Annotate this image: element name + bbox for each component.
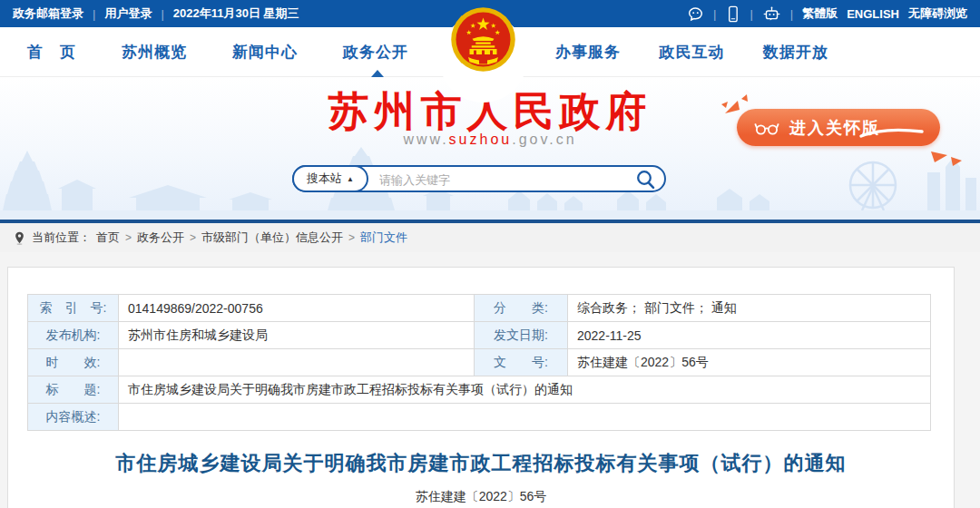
user-login-link[interactable]: 用户登录 [104, 5, 152, 22]
site-search: 搜本站 ▲ [292, 165, 666, 192]
meta-value-summary [119, 404, 931, 431]
glasses-icon [753, 120, 780, 136]
url-tld: .gov.cn [512, 132, 576, 147]
page: 政务邮箱登录 | 用户登录 | 2022年11月30日 星期三 | | | 繁體… [0, 0, 980, 508]
meta-label-doc-no: 文 号: [475, 349, 568, 376]
meta-label-title: 标 题: [28, 376, 119, 404]
separator: | [161, 7, 163, 21]
meta-value-category: 综合政务； 部门文件； 通知 [568, 295, 931, 322]
separator: | [93, 7, 95, 21]
table-row: 发布机构: 苏州市住房和城乡建设局 发文日期: 2022-11-25 [28, 322, 931, 349]
breadcrumb-home[interactable]: 首页 [96, 230, 120, 246]
separator: | [750, 7, 752, 21]
topbar-right-group: | | | 繁體版 ENGLISH 无障碍浏览 [687, 5, 967, 23]
nav-left-group: 首 页 苏州概览 新闻中心 政务公开 [27, 27, 408, 76]
search-submit-button[interactable] [635, 169, 657, 190]
nav-item-home[interactable]: 首 页 [27, 42, 76, 63]
gov-mail-login-link[interactable]: 政务邮箱登录 [13, 5, 83, 22]
mobile-icon[interactable] [725, 5, 740, 23]
search-scope-label: 搜本站 [307, 171, 342, 187]
content-background: 索 引 号: 014149869/2022-00756 分 类: 综合政务； 部… [0, 252, 980, 508]
breadcrumb-prefix: 当前位置： [32, 230, 91, 246]
url-www: www. [403, 132, 448, 147]
article-doc-number: 苏住建建〔2022〕56号 [8, 489, 954, 505]
location-pin-icon [13, 230, 26, 246]
separator: | [713, 7, 716, 21]
separator: | [790, 7, 793, 21]
meta-label-validity: 时 效: [28, 349, 119, 376]
english-link[interactable]: ENGLISH [847, 7, 899, 21]
breadcrumb: 当前位置： 首页 > 政务公开 > 市级部门（单位）信息公开 > 部门文件 [0, 223, 980, 252]
article-title: 市住房城乡建设局关于明确我市房建市政工程招标投标有关事项（试行）的通知 [8, 450, 954, 477]
breadcrumb-separator: > [125, 231, 132, 244]
meta-value-index-no: 014149869/2022-00756 [119, 295, 475, 322]
nav-item-services[interactable]: 办事服务 [555, 42, 621, 63]
breadcrumb-current[interactable]: 部门文件 [360, 230, 407, 246]
document-meta-table: 索 引 号: 014149869/2022-00756 分 类: 综合政务； 部… [27, 294, 931, 431]
national-emblem-logo [449, 5, 517, 73]
wechat-icon[interactable] [687, 5, 704, 23]
breadcrumb-dept-info[interactable]: 市级部门（单位）信息公开 [201, 230, 343, 246]
breadcrumb-separator: > [190, 231, 196, 244]
robot-client-icon[interactable] [762, 5, 781, 23]
meta-value-validity [119, 349, 475, 376]
table-row: 时 效: 文 号: 苏住建建〔2022〕56号 [28, 349, 931, 376]
nav-item-gov-affairs[interactable]: 政务公开 [343, 42, 408, 63]
meta-label-category: 分 类: [475, 295, 568, 322]
search-input[interactable] [377, 168, 626, 191]
breadcrumb-separator: > [348, 231, 355, 244]
meta-label-index-no: 索 引 号: [28, 295, 119, 322]
traditional-chinese-link[interactable]: 繁體版 [802, 5, 838, 22]
meta-value-issue-date: 2022-11-25 [568, 322, 931, 349]
meta-value-doc-no: 苏住建建〔2022〕56号 [568, 349, 931, 376]
document-card: 索 引 号: 014149869/2022-00756 分 类: 综合政务； 部… [7, 267, 955, 508]
active-nav-indicator [371, 70, 384, 77]
table-row: 标 题: 市住房城乡建设局关于明确我市房建市政工程招标投标有关事项（试行）的通知 [28, 376, 931, 404]
nav-right-group: 办事服务 政民互动 数据开放 [555, 27, 828, 76]
nav-item-open-data[interactable]: 数据开放 [763, 42, 828, 63]
table-row: 索 引 号: 014149869/2022-00756 分 类: 综合政务； 部… [28, 295, 931, 322]
topbar-left-group: 政务邮箱登录 | 用户登录 | 2022年11月30日 星期三 [13, 5, 299, 22]
meta-label-summary: 内容概述: [28, 404, 119, 431]
swoosh-decoration [858, 125, 926, 140]
breadcrumb-gov-affairs[interactable]: 政务公开 [137, 230, 184, 246]
care-mode-button[interactable]: 进入关怀版 [737, 109, 940, 146]
meta-value-issuer: 苏州市住房和城乡建设局 [119, 322, 475, 349]
nav-item-overview[interactable]: 苏州概览 [122, 42, 187, 63]
magnifier-icon [635, 169, 657, 190]
current-date: 2022年11月30日 星期三 [173, 5, 299, 22]
meta-label-issuer: 发布机构: [28, 322, 119, 349]
spark-decoration [926, 142, 964, 168]
dropdown-arrow-icon: ▲ [347, 175, 354, 183]
meta-label-issue-date: 发文日期: [475, 322, 568, 349]
accessibility-link[interactable]: 无障碍浏览 [908, 5, 967, 22]
nav-item-news[interactable]: 新闻中心 [232, 42, 298, 63]
spark-decoration [720, 93, 750, 121]
search-scope-dropdown[interactable]: 搜本站 ▲ [292, 165, 368, 192]
url-domain: suzhou [449, 132, 513, 147]
nav-item-interaction[interactable]: 政民互动 [660, 42, 725, 63]
table-row: 内容概述: [28, 404, 931, 431]
meta-value-title: 市住房城乡建设局关于明确我市房建市政工程招标投标有关事项（试行）的通知 [119, 376, 931, 404]
